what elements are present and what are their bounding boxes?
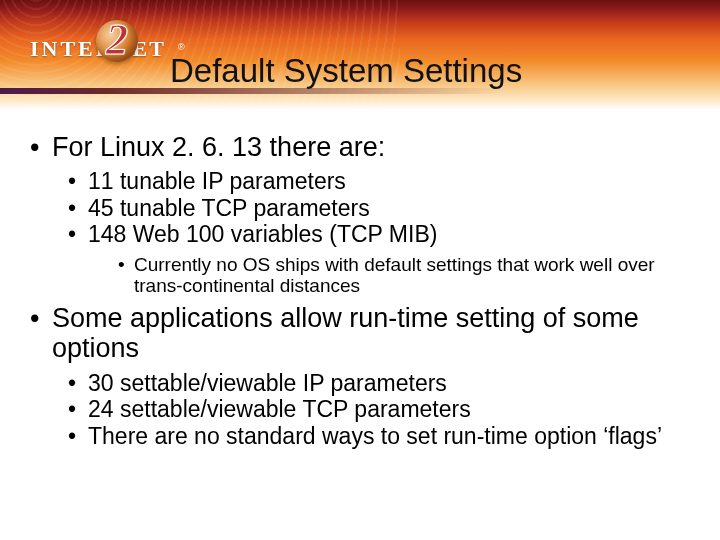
bullet-text: For Linux 2. 6. 13 there are: bbox=[52, 132, 385, 162]
slide-header: INTERNET 2 ® Default System Settings bbox=[0, 0, 720, 110]
bullet-lvl1: For Linux 2. 6. 13 there are: 11 tunable… bbox=[28, 132, 692, 297]
bullet-text: 45 tunable TCP parameters bbox=[88, 195, 370, 221]
bullet-lvl3: Currently no OS ships with default setti… bbox=[116, 254, 692, 298]
bullet-lvl2: 24 settable/viewable TCP parameters bbox=[66, 396, 692, 422]
bullet-text: 24 settable/viewable TCP parameters bbox=[88, 396, 471, 422]
bullet-text: Some applications allow run-time setting… bbox=[52, 303, 639, 363]
bullet-text: Currently no OS ships with default setti… bbox=[134, 254, 655, 297]
registered-icon: ® bbox=[178, 42, 185, 52]
bullet-text: 148 Web 100 variables (TCP MIB) bbox=[88, 221, 437, 247]
bullet-text: 11 tunable IP parameters bbox=[88, 168, 346, 194]
internet2-logo: INTERNET 2 ® bbox=[30, 22, 160, 72]
bullet-lvl2: There are no standard ways to set run-ti… bbox=[66, 423, 692, 449]
bullet-lvl2: 11 tunable IP parameters bbox=[66, 168, 692, 194]
bullet-lvl2: 30 settable/viewable IP parameters bbox=[66, 370, 692, 396]
logo-2-icon: 2 bbox=[92, 16, 142, 66]
bullet-text: There are no standard ways to set run-ti… bbox=[88, 423, 662, 449]
slide-body: For Linux 2. 6. 13 there are: 11 tunable… bbox=[0, 110, 720, 449]
bullet-lvl2: 45 tunable TCP parameters bbox=[66, 195, 692, 221]
slide-title: Default System Settings bbox=[170, 52, 522, 90]
bullet-text: 30 settable/viewable IP parameters bbox=[88, 370, 447, 396]
bullet-lvl1: Some applications allow run-time setting… bbox=[28, 303, 692, 449]
bullet-lvl2: 148 Web 100 variables (TCP MIB) Currentl… bbox=[66, 221, 692, 297]
